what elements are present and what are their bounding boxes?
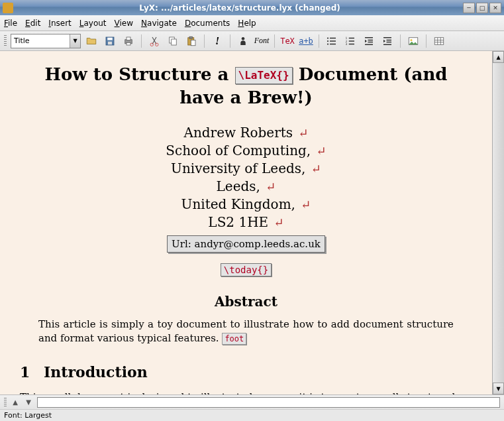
- menu-view[interactable]: View: [115, 19, 133, 28]
- history-down-button[interactable]: ▼: [24, 398, 33, 406]
- open-button[interactable]: [83, 33, 99, 49]
- svg-point-7: [156, 43, 159, 46]
- today-ert[interactable]: \today{}: [221, 263, 272, 276]
- command-input[interactable]: [37, 397, 500, 408]
- tex-button[interactable]: TeX: [279, 33, 295, 49]
- abstract-heading: Abstract: [20, 294, 472, 310]
- svg-text:3: 3: [346, 42, 348, 46]
- print-button[interactable]: [121, 33, 136, 49]
- svg-point-19: [327, 43, 328, 44]
- menu-edit[interactable]: Edit: [25, 19, 40, 28]
- scroll-track[interactable]: [493, 63, 504, 383]
- svg-point-18: [327, 40, 328, 41]
- svg-rect-2: [108, 41, 112, 44]
- toolbar-grip: [4, 35, 7, 47]
- menu-help[interactable]: Help: [238, 19, 256, 28]
- noun-button[interactable]: [235, 33, 251, 49]
- history-up-button[interactable]: ▲: [11, 398, 20, 406]
- document-page[interactable]: How to Structure a \LaTeX{} Document (an…: [0, 51, 492, 394]
- window-titlebar: LyX: .../articles/latex/structure.lyx (c…: [0, 0, 504, 15]
- menu-bar: File Edit Insert Layout View Navigate Do…: [0, 15, 504, 31]
- svg-point-35: [411, 39, 413, 41]
- svg-rect-1: [107, 37, 113, 40]
- svg-point-17: [327, 37, 328, 38]
- close-button[interactable]: ✕: [489, 3, 501, 13]
- svg-rect-12: [191, 40, 195, 45]
- date-field: \today{}: [20, 263, 472, 276]
- chevron-down-icon: ▼: [70, 34, 80, 48]
- footnote-inset[interactable]: foot: [222, 333, 246, 345]
- svg-rect-11: [189, 36, 193, 38]
- menu-navigate[interactable]: Navigate: [141, 19, 177, 28]
- paste-button[interactable]: [183, 33, 199, 49]
- emphasize-button[interactable]: !: [209, 33, 225, 49]
- abstract-text: This article is simply a toy document to…: [38, 318, 454, 345]
- maximize-button[interactable]: □: [476, 3, 488, 13]
- window-title: LyX: .../articles/latex/structure.lyx (c…: [17, 3, 463, 13]
- status-font: Font: Largest: [4, 411, 52, 420]
- paragraph-style-value: Title: [11, 36, 70, 45]
- section-heading: 1Introduction: [20, 363, 472, 381]
- return-icon: ↵: [311, 161, 321, 177]
- toolbar: Title ▼ ! Font TeX a+b 123: [0, 31, 504, 51]
- menu-insert[interactable]: Insert: [48, 19, 71, 28]
- svg-rect-4: [126, 37, 130, 40]
- insert-image-button[interactable]: [405, 33, 421, 49]
- minimize-button[interactable]: ─: [463, 3, 475, 13]
- command-bar: ▲ ▼: [0, 394, 504, 409]
- doc-title: How to Structure a \LaTeX{} Document (an…: [20, 63, 472, 109]
- return-icon: ↵: [301, 197, 311, 213]
- indent-less-button[interactable]: [361, 33, 377, 49]
- font-button[interactable]: Font: [254, 33, 270, 49]
- insert-table-button[interactable]: [431, 33, 447, 49]
- app-icon: [3, 3, 13, 13]
- scroll-up-button[interactable]: ▲: [493, 51, 504, 63]
- scroll-down-button[interactable]: ▼: [493, 383, 504, 394]
- menu-file[interactable]: File: [4, 19, 17, 28]
- url-inset[interactable]: Url: andyr@comp.leeds.ac.uk: [167, 235, 325, 253]
- list-number-button[interactable]: 123: [342, 33, 358, 49]
- menu-documents[interactable]: Documents: [185, 19, 230, 28]
- copy-button[interactable]: [165, 33, 181, 49]
- save-button[interactable]: [102, 33, 118, 49]
- vertical-scrollbar[interactable]: ▲ ▼: [492, 51, 504, 394]
- svg-rect-5: [126, 42, 130, 45]
- indent-more-button[interactable]: [379, 33, 395, 49]
- svg-point-6: [150, 43, 154, 46]
- cut-button[interactable]: [146, 33, 162, 49]
- svg-point-13: [242, 37, 245, 40]
- return-icon: ↵: [317, 143, 327, 159]
- list-bullet-button[interactable]: [324, 33, 340, 49]
- toolbar-grip: [4, 398, 7, 407]
- return-icon: ↵: [274, 215, 284, 231]
- latex-ert[interactable]: \LaTeX{}: [235, 67, 293, 84]
- svg-rect-36: [434, 37, 444, 44]
- paragraph-style-select[interactable]: Title ▼: [11, 34, 81, 48]
- menu-layout[interactable]: Layout: [79, 19, 107, 28]
- math-button[interactable]: a+b: [298, 33, 314, 49]
- author-block: Andrew Roberts ↵ School of Computing, ↵ …: [20, 124, 472, 253]
- return-icon: ↵: [298, 125, 308, 141]
- document-area: How to Structure a \LaTeX{} Document (an…: [0, 51, 504, 394]
- svg-rect-9: [172, 39, 177, 45]
- return-icon: ↵: [266, 179, 276, 195]
- status-bar: Font: Largest: [0, 409, 504, 421]
